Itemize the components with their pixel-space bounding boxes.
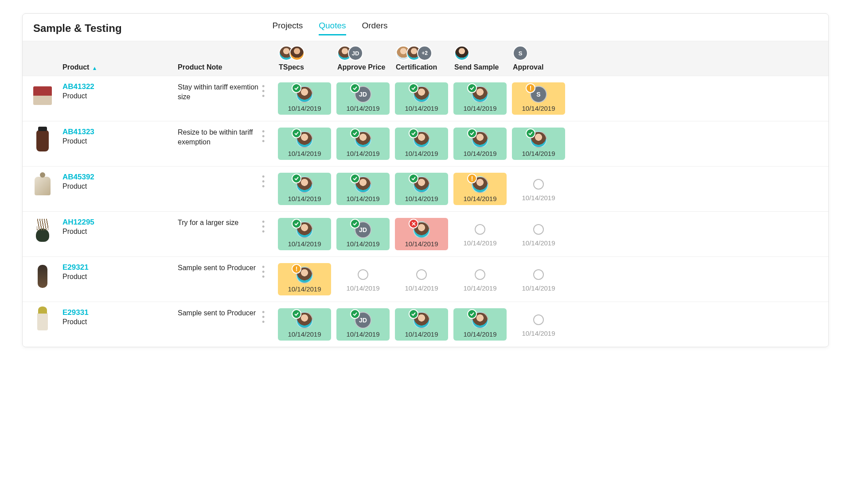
status-cell-send_sample[interactable]: 10/14/2019 (453, 308, 507, 341)
check-icon (292, 174, 301, 183)
check-icon (467, 128, 477, 138)
tab-projects[interactable]: Projects (273, 21, 303, 35)
tabs: ProjectsQuotesOrders (273, 21, 388, 35)
page-title: Sample & Testing (33, 22, 122, 35)
table-body: AB41322ProductStay within tariff exemtio… (23, 76, 828, 347)
check-icon (350, 174, 360, 183)
row-menu-icon[interactable]: ••• (262, 128, 275, 143)
stage-label: Certification (392, 63, 451, 71)
product-thumbnail[interactable] (38, 265, 47, 288)
table-row: AB41323ProductResize to be within tariff… (23, 121, 828, 167)
col-product-header[interactable]: Product (62, 63, 89, 71)
product-note: Resize to be within tariff exemption (178, 128, 262, 147)
status-cell-certification[interactable]: ✕10/14/2019 (395, 218, 448, 250)
sort-asc-icon[interactable]: ▲ (92, 65, 97, 71)
check-icon (350, 128, 360, 138)
status-cell-send_sample[interactable]: !10/14/2019 (453, 173, 507, 205)
avatar[interactable] (289, 46, 304, 61)
row-menu-icon[interactable]: ••• (262, 218, 275, 234)
status-date: 10/14/2019 (522, 330, 555, 337)
product-subtitle: Product (62, 92, 178, 100)
topbar: Sample & Testing ProjectsQuotesOrders (23, 14, 828, 41)
status-date: 10/14/2019 (288, 105, 321, 112)
product-sku-link[interactable]: AH12295 (62, 218, 178, 227)
status-date: 10/14/2019 (346, 195, 379, 202)
tab-orders[interactable]: Orders (362, 21, 388, 35)
status-cell-send_sample[interactable]: 10/14/2019 (453, 82, 507, 115)
status-cell-approve_price[interactable]: 10/14/2019 (336, 263, 390, 295)
product-sku-link[interactable]: E29321 (62, 263, 178, 272)
row-menu-icon[interactable]: ••• (262, 82, 275, 98)
product-thumbnail[interactable] (37, 313, 48, 330)
check-icon (467, 309, 477, 319)
check-icon (409, 174, 418, 183)
status-cell-approval[interactable]: 10/14/2019 (512, 308, 565, 340)
status-date: 10/14/2019 (288, 330, 321, 338)
status-cell-tspecs[interactable]: !10/14/2019 (278, 263, 331, 295)
row-menu-icon[interactable]: ••• (262, 173, 275, 189)
col-tspecs-header: TSpecs (275, 46, 334, 71)
warning-icon: ! (467, 174, 477, 183)
product-subtitle: Product (62, 273, 178, 281)
status-cell-approve_price[interactable]: JD10/14/2019 (336, 308, 390, 341)
status-cell-send_sample[interactable]: 10/14/2019 (453, 263, 507, 295)
col-note-header: Product Note (178, 63, 222, 71)
status-cell-tspecs[interactable]: 10/14/2019 (278, 218, 331, 250)
status-cell-send_sample[interactable]: 10/14/2019 (453, 218, 507, 249)
avatar-overflow-count[interactable]: +2 (417, 46, 432, 61)
row-menu-icon[interactable]: ••• (262, 263, 275, 279)
status-cell-approval[interactable]: 10/14/2019 (512, 263, 565, 295)
product-thumbnail[interactable] (36, 130, 49, 151)
status-date: 10/14/2019 (288, 150, 321, 157)
status-date: 10/14/2019 (463, 195, 496, 202)
status-cell-tspecs[interactable]: 10/14/2019 (278, 308, 331, 341)
status-date: 10/14/2019 (463, 239, 496, 247)
col-approve_price-header: JDApprove Price (334, 46, 392, 71)
product-sku-link[interactable]: AB41322 (62, 82, 178, 91)
product-thumbnail[interactable] (35, 177, 51, 195)
empty-status-icon (533, 314, 544, 325)
status-cell-tspecs[interactable]: 10/14/2019 (278, 82, 331, 115)
check-icon (292, 309, 301, 319)
status-cell-approve_price[interactable]: JD10/14/2019 (336, 218, 390, 250)
empty-status-icon (475, 224, 485, 235)
status-cell-approval[interactable]: 10/14/2019 (512, 218, 565, 249)
status-date: 10/14/2019 (522, 284, 555, 292)
status-cell-certification[interactable]: 10/14/2019 (395, 308, 448, 341)
product-sku-link[interactable]: E29331 (62, 308, 178, 317)
status-cell-send_sample[interactable]: 10/14/2019 (453, 128, 507, 160)
col-certification-header: +2Certification (392, 46, 451, 71)
status-date: 10/14/2019 (405, 195, 438, 202)
status-cell-certification[interactable]: 10/14/2019 (395, 263, 448, 295)
check-icon (409, 128, 418, 138)
status-cell-approve_price[interactable]: JD10/14/2019 (336, 82, 390, 115)
status-cell-approval[interactable]: 10/14/2019 (512, 128, 565, 160)
status-date: 10/14/2019 (346, 150, 379, 157)
status-cell-certification[interactable]: 10/14/2019 (395, 128, 448, 160)
status-cell-tspecs[interactable]: 10/14/2019 (278, 173, 331, 205)
status-date: 10/14/2019 (463, 105, 496, 112)
status-cell-approve_price[interactable]: 10/14/2019 (336, 128, 390, 160)
table-row: AH12295ProductTry for a larger size•••10… (23, 212, 828, 257)
tab-quotes[interactable]: Quotes (319, 21, 346, 35)
avatar-initials[interactable]: S (513, 46, 528, 61)
row-menu-icon[interactable]: ••• (262, 308, 275, 324)
status-cell-certification[interactable]: 10/14/2019 (395, 82, 448, 115)
empty-status-icon (533, 224, 544, 235)
product-thumbnail[interactable] (36, 229, 49, 242)
status-cell-tspecs[interactable]: 10/14/2019 (278, 128, 331, 160)
table-header: Product ▲ Product Note TSpecsJDApprove P… (23, 41, 828, 76)
status-cell-approval[interactable]: S!10/14/2019 (512, 82, 565, 115)
status-date: 10/14/2019 (346, 284, 379, 292)
avatar[interactable] (454, 46, 469, 61)
status-cell-approval[interactable]: 10/14/2019 (512, 173, 565, 204)
product-sku-link[interactable]: AB41323 (62, 128, 178, 136)
avatar-initials[interactable]: JD (348, 46, 363, 61)
status-cell-certification[interactable]: 10/14/2019 (395, 173, 448, 205)
empty-status-icon (533, 269, 544, 280)
status-date: 10/14/2019 (522, 239, 555, 247)
product-thumbnail[interactable] (33, 86, 52, 105)
product-sku-link[interactable]: AB45392 (62, 173, 178, 182)
fail-icon: ✕ (409, 219, 418, 229)
status-cell-approve_price[interactable]: 10/14/2019 (336, 173, 390, 205)
